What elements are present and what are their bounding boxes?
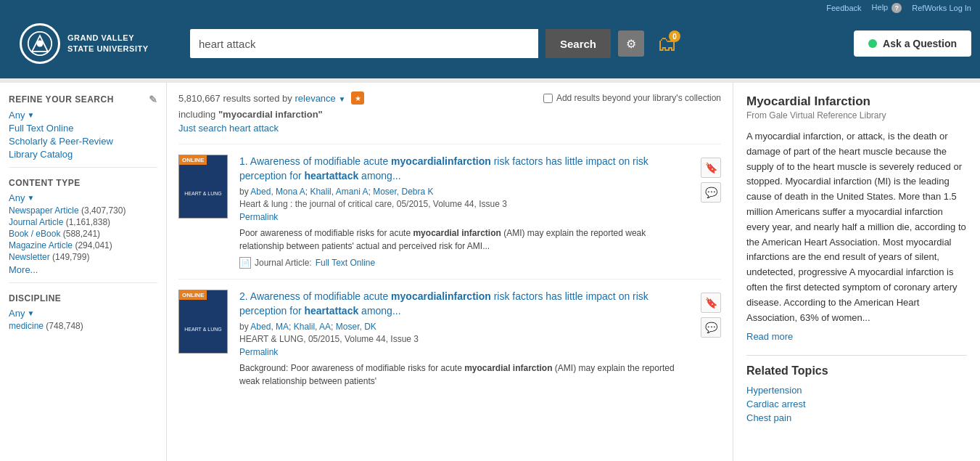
sidebar-any-filter[interactable]: Any ▼ bbox=[9, 110, 157, 121]
logo-text: Grand Valley State University bbox=[67, 33, 149, 55]
cite-button-2[interactable]: 💬 bbox=[701, 317, 721, 338]
result-thumbnail-2: online HEART & LUNG bbox=[178, 290, 231, 388]
result-thumbnail-1: online HEART & LUNG bbox=[178, 155, 231, 269]
result-title-2[interactable]: 2. Awareness of modifiable acute myocard… bbox=[239, 290, 692, 318]
result-authors-1: by Abed, Mona A; Khalil, Amani A; Moser,… bbox=[239, 187, 692, 197]
fulltext-link-1[interactable]: Full Text Online bbox=[316, 258, 375, 268]
filter-medicine[interactable]: medicine (748,748) bbox=[9, 321, 157, 331]
content-type-title: CONTENT TYPE bbox=[9, 178, 157, 188]
result-permalink-2[interactable]: Permalink bbox=[239, 347, 278, 357]
status-dot bbox=[868, 39, 877, 48]
count-text: 5,810,667 results sorted by bbox=[178, 93, 292, 104]
cart-badge: 0 bbox=[669, 30, 680, 42]
add-results-checkbox[interactable] bbox=[543, 94, 553, 103]
ask-question-label: Ask a Question bbox=[883, 38, 957, 49]
results-area: 5,810,667 results sorted by relevance ▼ … bbox=[167, 83, 733, 461]
content-any-label: Any bbox=[9, 192, 25, 203]
sidebar-item-scholarly[interactable]: Scholarly & Peer-Review bbox=[9, 136, 157, 147]
result-actions-2: 🔖 💬 bbox=[701, 290, 721, 388]
results-count: 5,810,667 results sorted by relevance ▼ bbox=[178, 93, 345, 104]
help-badge: ? bbox=[892, 3, 902, 13]
filter-newsletter[interactable]: Newsletter (149,799) bbox=[9, 252, 157, 262]
related-cardiac-arrest[interactable]: Cardiac arrest bbox=[746, 399, 967, 409]
sidebar-item-fulltext[interactable]: Full Text Online bbox=[9, 123, 157, 134]
search-button[interactable]: Search bbox=[545, 29, 611, 58]
result-content-1: 1. Awareness of modifiable acute myocard… bbox=[239, 155, 692, 269]
filter-book[interactable]: Book / eBook (588,241) bbox=[9, 229, 157, 239]
add-results-text: Add results beyond your library's collec… bbox=[556, 93, 721, 103]
discipline-title-text: DISCIPLINE bbox=[9, 293, 61, 303]
filter-newspaper[interactable]: Newspaper Article (3,407,730) bbox=[9, 205, 157, 216]
feedback-link[interactable]: Feedback bbox=[826, 4, 861, 12]
result-actions-1: 🔖 💬 bbox=[701, 155, 721, 269]
chevron-down-icon-3: ▼ bbox=[27, 309, 34, 317]
ask-question-button[interactable]: Ask a Question bbox=[854, 30, 971, 57]
result-source-1: Heart & lung : the journal of critical c… bbox=[239, 199, 692, 209]
result-abstract-1: Poor awareness of modifiable risks for a… bbox=[239, 227, 692, 253]
online-badge-1: online bbox=[179, 155, 207, 165]
panel-body-text: A myocardial infarction, or attack, is t… bbox=[746, 129, 967, 325]
edit-icon[interactable]: ✎ bbox=[149, 94, 158, 105]
content-type-title-text: CONTENT TYPE bbox=[9, 178, 81, 188]
just-search-link[interactable]: Just search heart attack bbox=[178, 123, 721, 134]
result-type-1: 📄 Journal Article: Full Text Online bbox=[239, 257, 692, 269]
rss-icon[interactable]: ★ bbox=[351, 91, 364, 105]
logo-area: Grand Valley State University bbox=[9, 23, 183, 64]
discipline-title: DISCIPLINE bbox=[9, 293, 157, 303]
bookmark-button-1[interactable]: 🔖 bbox=[701, 158, 721, 178]
result-abstract-2: Background: Poor awareness of modifiable… bbox=[239, 362, 692, 388]
search-input[interactable] bbox=[190, 29, 538, 58]
result-source-2: HEART & LUNG, 05/2015, Volume 44, Issue … bbox=[239, 334, 692, 344]
online-badge-2: online bbox=[179, 290, 207, 300]
cite-button-1[interactable]: 💬 bbox=[701, 182, 721, 203]
sidebar-more-link[interactable]: More... bbox=[9, 264, 157, 275]
any-label: Any bbox=[9, 110, 25, 121]
thumb-image-2: online HEART & LUNG bbox=[178, 290, 228, 354]
result-item: online HEART & LUNG 1. Awareness of modi… bbox=[178, 144, 721, 279]
discipline-any-label: Any bbox=[9, 308, 25, 319]
result-permalink-1[interactable]: Permalink bbox=[239, 212, 278, 222]
including-text: including "myocardial infarction" bbox=[178, 109, 721, 120]
panel-read-more-link[interactable]: Read more bbox=[746, 331, 967, 342]
related-chest-pain[interactable]: Chest pain bbox=[746, 412, 967, 423]
svg-point-2 bbox=[37, 41, 44, 47]
sort-chevron: ▼ bbox=[338, 95, 345, 103]
result-authors-2: by Abed, MA; Khalil, AA; Moser, DK bbox=[239, 322, 692, 332]
panel-source: From Gale Virtual Reference Library bbox=[746, 110, 967, 121]
bookmark-button-2[interactable]: 🔖 bbox=[701, 293, 721, 313]
doc-icon-1: 📄 bbox=[239, 257, 251, 269]
logo-circle bbox=[20, 23, 60, 64]
panel-divider bbox=[746, 355, 967, 356]
content-type-filters: Newspaper Article (3,407,730) Journal Ar… bbox=[9, 205, 157, 262]
refworks-link[interactable]: RefWorks Log In bbox=[912, 4, 971, 12]
sidebar-item-library-catalog[interactable]: Library Catalog bbox=[9, 149, 157, 160]
related-hypertension[interactable]: Hypertension bbox=[746, 385, 967, 396]
thumb-image-1: online HEART & LUNG bbox=[178, 155, 228, 219]
sidebar: REFINE YOUR SEARCH ✎ Any ▼ Full Text Onl… bbox=[0, 83, 167, 461]
sort-relevance-link[interactable]: relevance bbox=[295, 93, 335, 104]
filter-journal[interactable]: Journal Article (1,161,838) bbox=[9, 217, 157, 227]
result-content-2: 2. Awareness of modifiable acute myocard… bbox=[239, 290, 692, 388]
search-settings-button[interactable]: ⚙ bbox=[618, 30, 644, 57]
help-link[interactable]: Help ? bbox=[872, 3, 902, 13]
discipline-any[interactable]: Any ▼ bbox=[9, 308, 157, 319]
right-panel: Myocardial Infarction From Gale Virtual … bbox=[733, 83, 980, 461]
result-item-2: online HEART & LUNG 2. Awareness of modi… bbox=[178, 279, 721, 398]
content-type-any[interactable]: Any ▼ bbox=[9, 192, 157, 203]
gear-icon: ⚙ bbox=[626, 37, 636, 51]
refine-title-text: REFINE YOUR SEARCH bbox=[9, 94, 114, 105]
add-results-label[interactable]: Add results beyond your library's collec… bbox=[543, 93, 721, 103]
panel-title: Myocardial Infarction bbox=[746, 94, 967, 109]
refine-search-title: REFINE YOUR SEARCH ✎ bbox=[9, 94, 157, 105]
result-title-1[interactable]: 1. Awareness of modifiable acute myocard… bbox=[239, 155, 692, 183]
filter-magazine[interactable]: Magazine Article (294,041) bbox=[9, 240, 157, 250]
chevron-down-icon: ▼ bbox=[27, 111, 34, 119]
including-term: "myocardial infarction" bbox=[218, 109, 323, 120]
help-text: Help bbox=[872, 3, 889, 12]
related-topics-title: Related Topics bbox=[746, 364, 967, 378]
cart-button[interactable]: 🗂 0 bbox=[651, 28, 683, 60]
chevron-down-icon-2: ▼ bbox=[27, 194, 34, 202]
